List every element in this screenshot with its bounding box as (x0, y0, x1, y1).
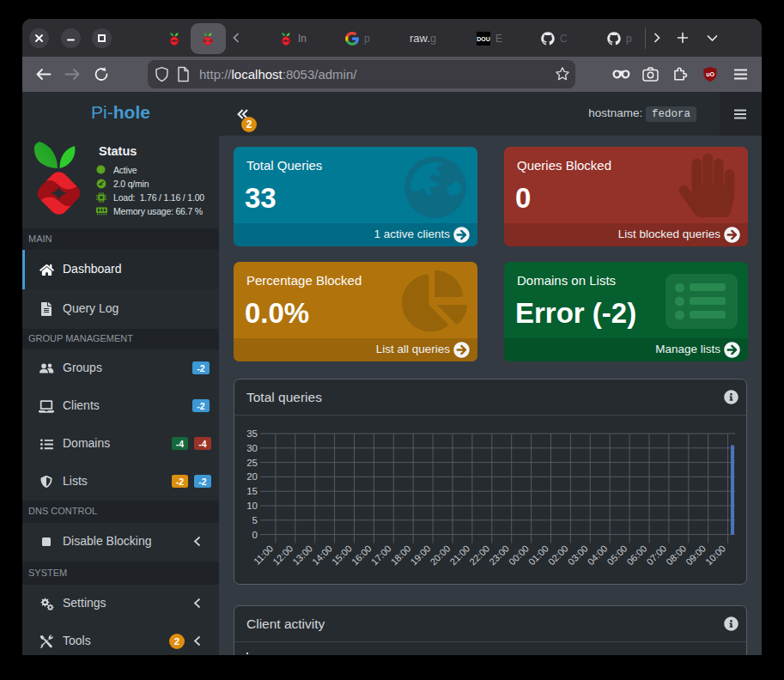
svg-text:5: 5 (252, 515, 258, 525)
svg-text:05:00: 05:00 (605, 543, 629, 568)
svg-text:18:00: 18:00 (389, 543, 413, 568)
svg-text:00:00: 00:00 (507, 543, 531, 568)
svg-text:30: 30 (246, 443, 258, 453)
svg-text:23:00: 23:00 (487, 543, 511, 568)
svg-text:uO: uO (706, 71, 714, 77)
svg-text:25: 25 (246, 458, 258, 468)
svg-text:01:00: 01:00 (526, 543, 550, 568)
svg-text:10: 10 (246, 501, 258, 511)
svg-text:06:00: 06:00 (624, 543, 648, 568)
svg-text:15:00: 15:00 (330, 543, 354, 568)
svg-text:08:00: 08:00 (664, 543, 688, 568)
svg-text:02:00: 02:00 (546, 543, 570, 568)
svg-text:20:00: 20:00 (428, 543, 452, 568)
svg-text:11:00: 11:00 (252, 543, 275, 567)
svg-text:0: 0 (252, 530, 258, 540)
svg-text:21:00: 21:00 (447, 543, 471, 568)
svg-text:10:00: 10:00 (703, 543, 727, 568)
svg-text:09:00: 09:00 (684, 543, 708, 568)
svg-text:20: 20 (246, 471, 258, 482)
svg-text:07:00: 07:00 (644, 543, 668, 568)
svg-text:19:00: 19:00 (409, 543, 433, 568)
svg-text:16:00: 16:00 (349, 543, 374, 568)
svg-text:04:00: 04:00 (586, 543, 610, 568)
svg-text:12:00: 12:00 (270, 543, 295, 568)
svg-text:14:00: 14:00 (310, 543, 334, 568)
svg-text:35: 35 (246, 428, 258, 439)
svg-text:22:00: 22:00 (467, 543, 491, 568)
svg-text:15: 15 (246, 486, 258, 496)
svg-text:03:00: 03:00 (566, 543, 590, 568)
svg-text:17:00: 17:00 (369, 543, 393, 568)
svg-text:13:00: 13:00 (290, 543, 314, 568)
